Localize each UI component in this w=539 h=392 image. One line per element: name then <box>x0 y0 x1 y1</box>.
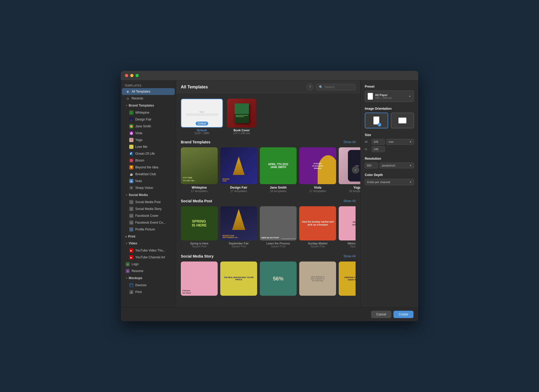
post-card-name: Sunday Market <box>299 242 336 245</box>
sidebar-group-video[interactable]: ▼ Video <box>122 240 175 247</box>
sidebar-item-breakfast-club[interactable]: ☕ Breakfast Club <box>122 171 175 178</box>
unit-value: mm <box>389 140 393 143</box>
size-section: Size W: mm ▼ H: <box>365 133 414 152</box>
sidebar-item-ocean-of-life[interactable]: 🌊 Ocean Of Life <box>122 150 175 157</box>
sidebar-item-love-me[interactable]: ❤ Love Me <box>122 143 175 150</box>
sidebar-item-devices[interactable]: 📱 Devices <box>122 282 175 289</box>
template-card-default[interactable]: 5120 Default Default 5120 × 2880 <box>181 99 223 135</box>
jane-smith-icon: 🎨 <box>129 124 133 128</box>
viola-icon: 🌸 <box>129 131 133 135</box>
resume-icon: ☰ <box>126 269 130 273</box>
brand-show-all[interactable]: Show All <box>343 140 356 144</box>
brand-card-whitepine[interactable]: IT'S TIMETO GET WI... Whitepine 17 templ… <box>181 147 218 193</box>
sidebar-item-whitepine[interactable]: 🌲 Whitepine <box>122 109 175 116</box>
preset-section: Preset A6 Paper 105 × 148 mm ▼ <box>365 85 414 102</box>
story-card-4[interactable]: NEW ARRIVALSNow available onthe web shop <box>299 262 336 296</box>
sidebar-group-social-media[interactable]: ▼ Social Media <box>122 192 175 198</box>
sharp-vision-icon: 👁 <box>129 186 133 190</box>
width-input[interactable] <box>372 139 385 145</box>
sidebar: Templates ⊞ All Templates ◷ Recents ▼ Br… <box>121 81 176 307</box>
post-card-welcome[interactable]: Classesare back Welcome Back Square Post <box>339 206 356 248</box>
brand-card-jane-smith[interactable]: APRIL 7TH 2022JANE SMITH Jane Smith 18 t… <box>260 147 297 193</box>
sidebar-item-youtube-channel[interactable]: ▶ YouTube Channel Art <box>122 254 175 261</box>
portrait-orientation-button[interactable]: ✓ <box>365 113 388 128</box>
sidebar-item-nula[interactable]: ◆ Nula <box>122 178 175 184</box>
sidebar-section-label: Templates <box>121 83 176 88</box>
brand-card-viola[interactable]: A bunchof our bestblooms Viola 17 templa… <box>299 147 336 193</box>
default-sublabel: 5120 × 2880 <box>181 132 223 135</box>
sidebar-group-mockups[interactable]: ▼ Mockups <box>122 275 175 281</box>
story-card-1[interactable]: Classesare back <box>181 262 218 296</box>
grid-icon: ⊞ <box>126 89 130 94</box>
social-post-show-all[interactable]: Show All <box>343 199 356 203</box>
minimize-button[interactable] <box>130 74 133 77</box>
story-card-2[interactable]: THE REAL REASON WHY YOU'RE SINGLE <box>220 262 257 296</box>
sidebar-item-label: Jane Smith <box>135 124 151 128</box>
brand-card-design-fair[interactable]: DESIGNFAIR Design Fair 17 templates <box>220 147 257 193</box>
width-label: W: <box>365 140 370 143</box>
sidebar-item-bloom[interactable]: 🌺 Bloom <box>122 157 175 164</box>
sidebar-item-label: Breakfast Club <box>135 172 156 176</box>
chevron-down-icon: ▼ <box>408 95 411 98</box>
post-card-sunday[interactable]: Visit the Sunday market and pick up a bo… <box>299 206 336 248</box>
story-card-5[interactable]: CREATIVE CONVERSATIONSEVERY WEDNESDAY <box>339 262 356 296</box>
post-card-learn[interactable]: NEW BLOG POST Using palette knives Learn… <box>260 206 297 248</box>
chevron-down-icon: ▼ <box>126 104 128 107</box>
beyond-icon: 💡 <box>129 165 133 169</box>
brand-card-name: Whitepine <box>181 186 218 189</box>
sidebar-item-facebook-event[interactable]: ▭ Facebook Event Co... <box>122 219 175 226</box>
sidebar-item-youtube-video[interactable]: ▶ YouTube Video Thu... <box>122 247 175 254</box>
story-card-3[interactable]: 56% <box>260 262 297 296</box>
size-unit-dropdown[interactable]: mm ▼ <box>386 139 414 145</box>
create-button[interactable]: Create <box>393 311 413 318</box>
sidebar-item-design-fair[interactable]: △ Design Fair <box>122 116 175 123</box>
sidebar-item-facebook-cover[interactable]: ▭ Facebook Cover <box>122 212 175 219</box>
logo-icon: ◎ <box>126 262 130 266</box>
carousel-next-button[interactable]: › <box>352 166 359 174</box>
help-button[interactable]: ? <box>307 84 313 91</box>
sidebar-item-label: Devices <box>135 283 147 287</box>
template-card-book-cover[interactable]: Book Cover 174 × 246 mm <box>227 99 256 135</box>
social-post-title: Social Media Post <box>181 199 212 203</box>
sidebar-item-yoga[interactable]: 🧘 Yoga <box>122 137 175 143</box>
sidebar-group-brand-templates[interactable]: ▼ Brand Templates <box>122 102 175 109</box>
sidebar-item-label: Whitepine <box>135 111 149 114</box>
post-card-september[interactable]: DESIGN FAIRSeptember 201... September Fa… <box>220 206 257 248</box>
sidebar-item-print-mockup[interactable]: 🖨 Print <box>122 289 175 295</box>
bloom-icon: 🌺 <box>129 158 133 163</box>
search-input[interactable] <box>325 85 353 89</box>
spring-text: SPRINGIS HERE <box>192 219 207 228</box>
sidebar-item-social-media-post[interactable]: □ Social Media Post <box>122 199 175 205</box>
search-box[interactable]: 🔍 <box>316 84 356 90</box>
preset-dropdown[interactable]: A6 Paper 105 × 148 mm ▼ <box>365 91 414 102</box>
color-depth-dropdown[interactable]: 8-bits per channel ▼ <box>365 179 414 185</box>
sidebar-item-jane-smith[interactable]: 🎨 Jane Smith <box>122 123 175 130</box>
sidebar-group-print[interactable]: ▶ Print <box>122 233 175 240</box>
sidebar-item-recents[interactable]: ◷ Recents <box>122 95 175 102</box>
sidebar-item-label: Resume <box>132 269 143 273</box>
chevron-down-icon: ▼ <box>126 242 128 245</box>
height-input[interactable] <box>372 146 385 152</box>
sidebar-item-beyond-the-idea[interactable]: 💡 Beyond the Idea <box>122 164 175 171</box>
landscape-orientation-button[interactable] <box>391 113 414 128</box>
resolution-input[interactable] <box>365 163 378 168</box>
cancel-button[interactable]: Cancel <box>371 311 391 318</box>
post-card-spring[interactable]: SPRINGIS HERE Spring is Here Square Post <box>181 206 218 248</box>
maximize-button[interactable] <box>136 74 139 77</box>
sidebar-item-sharp-vision[interactable]: 👁 Sharp Vision <box>122 184 175 191</box>
close-button[interactable] <box>125 74 128 77</box>
height-label: H: <box>365 148 370 151</box>
sidebar-item-logo[interactable]: ◎ Logo <box>122 261 175 268</box>
sidebar-item-social-media-story[interactable]: ▯ Social Media Story <box>122 205 175 212</box>
sidebar-item-label: Viola <box>135 131 142 135</box>
post-icon: □ <box>129 200 133 204</box>
social-story-show-all[interactable]: Show All <box>343 254 356 258</box>
sidebar-item-viola[interactable]: 🌸 Viola <box>122 130 175 137</box>
sidebar-item-profile-picture[interactable]: 👤 Profile Picture <box>122 226 175 233</box>
sidebar-item-resume[interactable]: ☰ Resume <box>122 268 175 274</box>
resolution-unit-dropdown[interactable]: pixels/inch ▼ <box>380 163 414 168</box>
resolution-label: Resolution <box>365 157 414 160</box>
sidebar-item-label: Love Me <box>135 145 147 149</box>
brand-card-name: Design Fair <box>220 186 257 189</box>
sidebar-item-all-templates[interactable]: ⊞ All Templates <box>122 88 175 95</box>
